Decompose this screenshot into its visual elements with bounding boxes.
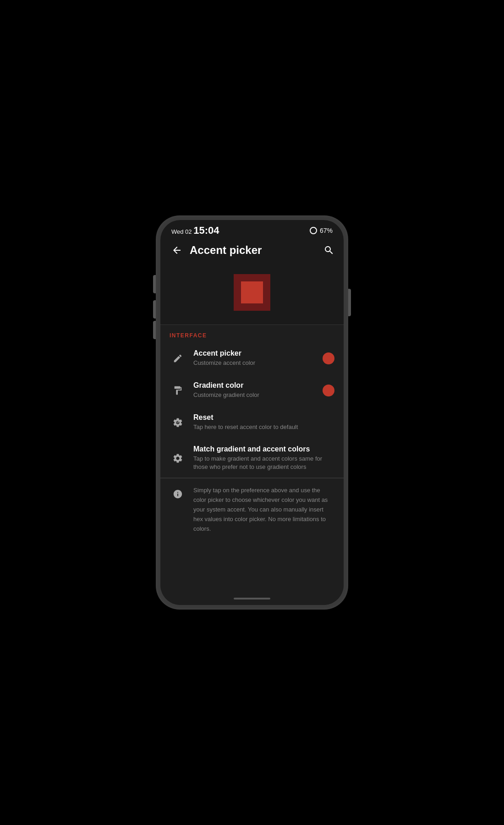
accent-picker-toggle[interactable] <box>323 352 334 364</box>
accent-picker-content: Accent picker Customize accent color <box>193 349 317 367</box>
search-button[interactable] <box>323 245 334 256</box>
match-gradient-icon <box>170 450 186 467</box>
reset-subtitle: Tap here to reset accent color to defaul… <box>193 423 334 431</box>
status-bar: Wed 02 15:04 67% <box>160 220 344 239</box>
phone-frame: Wed 02 15:04 67% Accent picker <box>156 215 348 610</box>
status-right: 67% <box>310 227 333 234</box>
status-time: Wed 02 15:04 <box>171 225 219 236</box>
info-section: Simply tap on the preference above and u… <box>160 478 344 541</box>
info-icon <box>170 486 186 502</box>
gradient-color-content: Gradient color Customize gradient color <box>193 381 317 399</box>
color-preview <box>160 265 344 324</box>
svg-text:↺: ↺ <box>176 421 179 424</box>
match-gradient-title: Match gradient and accent colors <box>193 445 334 453</box>
home-bar <box>234 598 270 600</box>
match-gradient-subtitle: Tap to make gradient and accent colors s… <box>193 455 334 471</box>
accent-picker-title: Accent picker <box>193 349 317 358</box>
settings-item-gradient-color[interactable]: Gradient color Customize gradient color <box>160 374 344 407</box>
gradient-color-title: Gradient color <box>193 381 317 390</box>
settings-item-match-gradient[interactable]: Match gradient and accent colors Tap to … <box>160 439 344 478</box>
gradient-color-subtitle: Customize gradient color <box>193 391 317 399</box>
reset-title: Reset <box>193 413 334 422</box>
reset-icon: ↺ <box>170 414 186 431</box>
match-gradient-content: Match gradient and accent colors Tap to … <box>193 445 334 471</box>
page-title: Accent picker <box>190 244 323 257</box>
settings-item-accent-picker[interactable]: Accent picker Customize accent color <box>160 342 344 374</box>
phone-screen: Wed 02 15:04 67% Accent picker <box>160 220 344 605</box>
battery-percent: 67% <box>320 227 333 234</box>
back-button[interactable] <box>170 243 184 258</box>
settings-item-reset[interactable]: ↺ Reset Tap here to reset accent color t… <box>160 407 344 439</box>
home-indicator <box>160 592 344 605</box>
paint-roller-icon <box>170 382 186 399</box>
battery-icon <box>310 227 317 234</box>
section-header: INTERFACE <box>160 325 344 342</box>
pencil-icon <box>170 350 186 367</box>
info-text: Simply tap on the preference above and u… <box>193 486 334 534</box>
accent-picker-subtitle: Customize accent color <box>193 359 317 367</box>
gradient-color-toggle[interactable] <box>323 385 334 396</box>
color-swatch-inner <box>241 281 263 303</box>
top-bar: Accent picker <box>160 239 344 265</box>
reset-content: Reset Tap here to reset accent color to … <box>193 413 334 431</box>
color-swatch-outer <box>234 274 270 311</box>
settings-list: INTERFACE Accent picker Customize accent… <box>160 325 344 592</box>
